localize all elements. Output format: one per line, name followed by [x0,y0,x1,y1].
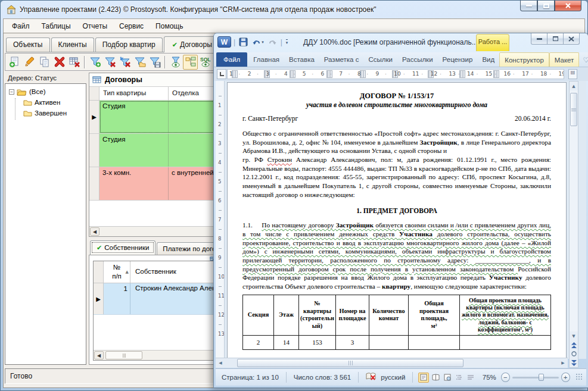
apartment-table: Секция Этаж № квартиры (строительн ый) Н… [242,295,551,350]
scroll-left-icon[interactable]: ◀ [90,227,99,236]
edit-record-icon[interactable] [22,55,37,70]
zoom-level[interactable]: 75% [480,374,499,381]
web-layout-view-icon[interactable] [442,373,453,383]
save-icon[interactable] [238,37,249,48]
scrollbar-thumb[interactable] [237,359,463,367]
filter-add-icon[interactable] [88,55,102,70]
open-folder-icon [17,88,27,96]
ribbon-tab-home[interactable]: Главная [248,52,284,67]
ribbon-tab-view[interactable]: Вид [477,52,499,67]
menu-tables[interactable]: Таблицы [36,20,77,32]
menu-help[interactable]: Помощь [150,20,189,32]
resize-grip[interactable] [576,374,583,381]
contracts-panel-title: Договоры [105,76,142,84]
ribbon-tab-strip: Файл Главная Вставка Разметка с Ссылки Р… [214,52,588,67]
sql-view-icon[interactable]: SQL [198,55,213,70]
previous-page-icon[interactable] [570,340,578,349]
select-browse-object-icon[interactable] [570,349,578,358]
tab-clients[interactable]: Клиенты [51,37,94,52]
add-record-icon[interactable] [7,55,22,70]
window-title: Управление проектами (2.423) © Prostoyso… [20,5,376,14]
ribbon-tab-layout[interactable]: Макет [549,52,580,67]
menu-reports[interactable]: Отчеты [77,20,113,32]
delete-table-rows-icon[interactable] [67,55,82,70]
filter-view-icon[interactable] [168,55,183,70]
menu-file[interactable]: Файл [6,20,36,32]
close-button[interactable] [555,1,581,11]
word-close-button[interactable] [563,33,580,45]
fullscreen-reading-view-icon[interactable] [430,373,441,383]
zoom-in-icon[interactable]: + [561,373,570,382]
ribbon-tab-design[interactable]: Конструктор [499,52,549,67]
h-ruler-scale[interactable]: 1·2·3·4·5·6·7·8·9·10·11·12·13·14·15·16·1… [227,69,564,79]
scrollbar-thumb[interactable] [570,93,577,126]
tab-apartment-selection[interactable]: Подбор квартир [95,37,163,52]
scroll-up-icon[interactable]: ▲ [570,82,578,90]
horizontal-scrollbar[interactable]: ◀ ▶ [216,358,568,368]
scroll-down-icon[interactable]: ▼ [570,331,578,340]
redo-icon[interactable] [267,37,278,48]
delete-record-icon[interactable] [52,55,67,70]
document-page[interactable]: ДОГОВОР № 1/153/17 участия в долевом стр… [227,82,567,359]
tab-contracts[interactable]: ✔Договоры [164,36,220,52]
draft-view-icon[interactable] [465,373,476,383]
filter-clear-icon[interactable] [102,55,117,70]
contract-city: г. Санкт-Петербург [242,114,298,123]
filter-save-icon[interactable] [147,55,162,70]
document-area: 12345678910111213 ДОГОВОР № 1/153/17 уча… [216,81,586,359]
maximize-button[interactable] [537,1,555,11]
v-ruler-scale[interactable]: 12345678910111213 [216,81,225,359]
word-count[interactable]: Число слов: 3 561 [291,374,354,381]
ruler-toggle-icon[interactable]: ▤ [568,69,577,79]
column-header-apartment-type[interactable]: Тип квартиры [99,87,169,100]
vertical-scrollbar[interactable]: ▲ ▼ [569,81,578,368]
filter-open-icon[interactable] [132,55,147,70]
word-minimize-button[interactable] [531,33,547,45]
scrollbar-thumb[interactable] [105,351,142,359]
zoom-out-icon[interactable]: − [501,373,510,382]
filter-clear-all-icon[interactable] [117,55,132,70]
scroll-left-icon[interactable]: ◀ [216,359,225,367]
tree-node-active[interactable]: Активен [23,97,86,108]
undo-icon[interactable]: ▾ [251,37,265,48]
language-indicator[interactable]: русский [378,374,407,381]
tab-selector-icon[interactable] [217,69,226,79]
table-row: 2 14 153 3 [243,335,551,349]
zoom-slider[interactable] [512,377,559,379]
minimize-ribbon-icon[interactable]: ♡ [583,52,588,67]
copy-record-icon[interactable] [37,55,52,70]
minimize-button[interactable] [520,1,537,11]
ribbon-tab-review[interactable]: Рецензир [438,52,478,67]
document-title: ДДУ 100%.doc [Режим ограниченной функцио… [303,38,478,46]
zoom-slider-thumb[interactable] [539,374,544,381]
tab-owners[interactable]: ✔Собственники [90,240,155,255]
word-logo-icon[interactable]: W [217,36,231,48]
paragraph: 1.1. По настоящему договору Застройщик о… [242,221,551,290]
tree-node-all[interactable]: − (Все) [7,86,86,97]
folder-icon [23,110,32,117]
tree-node-finished[interactable]: Завершен [23,108,86,118]
ribbon-tab-mailings[interactable]: Рассылки [397,52,438,67]
ribbon-tab-insert[interactable]: Вставка [284,52,319,67]
page-indicator[interactable]: Страница: 1 из 10 [219,374,281,381]
sort-asc-icon: ▲ [126,270,129,275]
outline-view-icon[interactable] [453,373,464,383]
tab-objects[interactable]: Объекты [6,37,50,52]
scroll-left-icon[interactable]: ◀ [94,351,104,359]
menu-service[interactable]: Сервис [113,20,150,32]
close-icon [565,3,571,9]
customize-qat-icon[interactable]: ▾ [285,37,290,48]
word-restore-button[interactable] [547,33,564,45]
column-header-number[interactable]: № п/п▲ [104,261,130,283]
scroll-right-icon[interactable]: ▶ [558,359,568,367]
print-layout-view-icon[interactable] [418,373,429,383]
next-page-icon[interactable] [570,358,578,367]
spellcheck-icon[interactable] [363,373,378,382]
contextual-tab-group-label: Работа ... [476,34,509,51]
ribbon-tab-page-layout[interactable]: Разметка с [319,52,364,67]
tree-panel-label: Дерево: Статус [8,74,57,82]
ribbon-tab-references[interactable]: Ссылки [363,52,397,67]
tree-view-icon[interactable] [183,55,198,70]
collapse-icon[interactable]: − [9,89,14,95]
ribbon-tab-file[interactable]: Файл [216,52,247,67]
